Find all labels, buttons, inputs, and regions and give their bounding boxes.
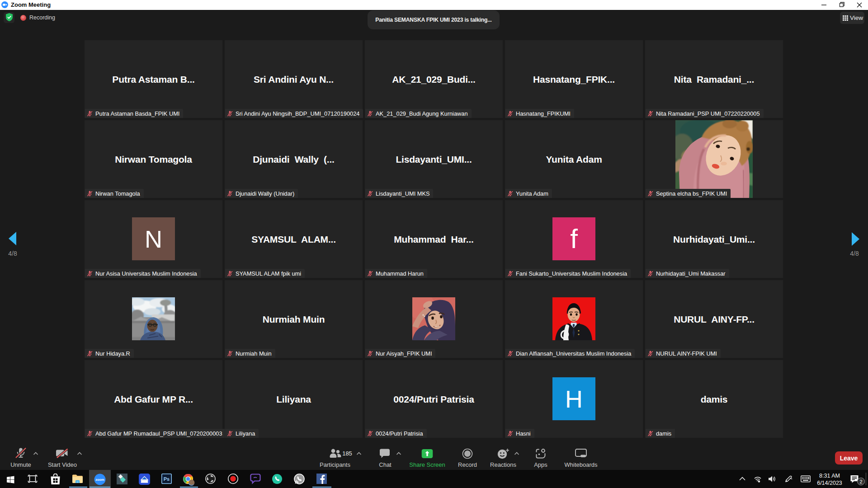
svg-text:Ps: Ps: [164, 476, 170, 482]
svg-text:zoom: zoom: [95, 478, 104, 482]
